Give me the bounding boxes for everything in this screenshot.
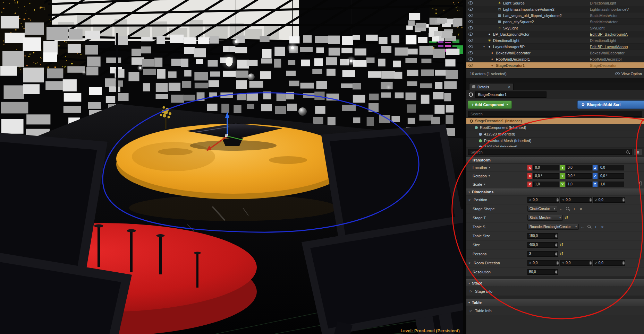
visibility-eye-icon[interactable]	[468, 20, 473, 23]
outliner-row-bp-background-actor[interactable]: ● BP_BackgroundActor Edit BP_BackgroundA	[466, 31, 644, 37]
visibility-eye-icon[interactable]	[468, 51, 473, 54]
chevron-down-icon[interactable]: ▾	[489, 166, 490, 169]
view-options-button[interactable]: View Option	[615, 72, 642, 76]
table-s-dropdown[interactable]: RoundedRectangleCreator▾	[527, 224, 579, 230]
tab-details[interactable]: Details ×	[469, 83, 514, 90]
scale-z-input[interactable]: 1,0	[599, 182, 624, 187]
spinner[interactable]	[622, 261, 625, 265]
category-header-stage[interactable]: ▾ Stage	[466, 279, 644, 287]
category-header-dimensions[interactable]: ▾ Dimensions	[466, 188, 644, 195]
rotation-z-input[interactable]: 0,0 °	[599, 173, 624, 179]
component-row-root[interactable]: RootComponent (Inherited)	[466, 124, 644, 131]
stage-t-dropdown[interactable]: Static Meshes▾	[527, 215, 563, 221]
scale-x-input[interactable]: 1,0	[533, 182, 559, 187]
use-selected-asset-button[interactable]: ←	[558, 206, 564, 212]
expander-icon[interactable]: ▷	[470, 309, 473, 312]
location-z-input[interactable]: 0,0	[599, 165, 624, 170]
browse-asset-button[interactable]	[586, 224, 592, 230]
actor-circle-icon	[469, 93, 473, 97]
scale-y-input[interactable]: 1,0	[566, 182, 592, 187]
spinner[interactable]	[589, 197, 592, 202]
resolution-input[interactable]: 50,0	[527, 269, 558, 275]
position-x-input[interactable]: X0,0	[527, 197, 559, 203]
reset-to-default-button[interactable]: ↺	[564, 215, 569, 220]
outliner-row-light-source[interactable]: ☀ Light Source DirectionalLight	[466, 0, 644, 6]
table-info-row[interactable]: ▷ Table Info	[466, 306, 644, 315]
size-input[interactable]: 400,0	[527, 242, 558, 248]
location-x-input[interactable]: 0,0	[533, 165, 559, 170]
use-selected-asset-button[interactable]: ←	[580, 224, 585, 230]
spinner[interactable]	[554, 234, 558, 238]
spinner[interactable]	[556, 197, 559, 202]
room-direction-y-input[interactable]: Y0,0	[560, 260, 592, 266]
expander-icon[interactable]: ▷	[469, 261, 472, 264]
blueprint-add-script-button[interactable]: ⚙ Blueprint/Add Scri	[577, 100, 644, 109]
visibility-eye-icon[interactable]	[468, 45, 473, 48]
position-z-input[interactable]: Z0,0	[593, 197, 625, 203]
visibility-eye-icon[interactable]	[468, 8, 473, 11]
outliner-row-roof-grid-decorator[interactable]: ● RoofGridDecorator1 RoofGridDecorator	[466, 56, 644, 62]
clear-button[interactable]: ×	[578, 206, 584, 212]
visibility-eye-icon[interactable]	[468, 58, 473, 61]
stage-shape-dropdown[interactable]: CircleCreator▾	[527, 206, 557, 212]
room-direction-x-input[interactable]: X0,0	[527, 260, 559, 266]
actor-name-field[interactable]: StageDecorator1	[475, 91, 546, 98]
property-search-row: ▦	[466, 148, 644, 157]
browse-asset-button[interactable]	[565, 206, 570, 212]
component-row-412520[interactable]: 412520 (Inherited)	[466, 131, 644, 138]
component-row-instance[interactable]: StageDecorator1 (Instance)	[466, 118, 644, 124]
chevron-down-icon[interactable]: ▾	[484, 183, 485, 186]
stage-info-row[interactable]: ▷ Stage Info	[466, 287, 644, 296]
edit-blueprint-link[interactable]: Edit BP_LayoutManag	[590, 45, 644, 49]
location-y-input[interactable]: 0,0	[566, 165, 592, 170]
rotation-y-input[interactable]: 0,0 °	[566, 173, 592, 179]
room-direction-z-input[interactable]: Z0,0	[593, 260, 625, 266]
visibility-eye-icon[interactable]	[468, 26, 473, 29]
outliner-row-skydome[interactable]: ▦ Las_vegas_old_flipped_skydome2 StaticM…	[466, 12, 644, 19]
component-search-input[interactable]	[468, 111, 642, 117]
clear-button[interactable]: ×	[600, 224, 605, 230]
reset-to-default-button[interactable]: ↺	[559, 251, 564, 256]
outliner-row-layout-manager[interactable]: ▾ ● LayoutManagerBP Edit BP_LayoutManag	[466, 44, 644, 50]
table-size-input[interactable]: 150,0	[527, 233, 558, 239]
outliner-row-citysquare[interactable]: ▦ pano_citySquare2 StaticMeshActor	[466, 19, 644, 25]
add-element-button[interactable]: +	[571, 206, 577, 212]
visibility-eye-icon[interactable]	[468, 39, 473, 42]
edit-blueprint-link[interactable]: Edit BP_BackgroundA	[590, 32, 644, 36]
property-search-input[interactable]	[468, 149, 632, 155]
viewport-3d[interactable]: Level: ProcLevel (Persistent)	[0, 0, 463, 334]
collapse-arrow-icon: ▾	[468, 159, 470, 162]
outliner-row-lightmass-volume[interactable]: □ LightmassImportanceVolume2 LightmassIm…	[466, 6, 644, 12]
spinner[interactable]	[554, 243, 558, 247]
category-header-table[interactable]: ▾ Table	[466, 299, 644, 306]
spinner[interactable]	[554, 252, 558, 256]
reset-to-default-button[interactable]: ↺	[559, 242, 564, 247]
spinner[interactable]	[589, 261, 592, 265]
expander-icon[interactable]: ▷	[469, 198, 472, 201]
property-view-options-button[interactable]: ▦	[633, 149, 642, 155]
outliner-row-boxes-wall-decorator[interactable]: ● BoxesWallDecorator BoxesWallDecorator	[466, 50, 644, 56]
visibility-eye-icon[interactable]	[468, 64, 473, 67]
lock-icon[interactable]	[639, 183, 642, 185]
persons-input[interactable]: 3	[527, 251, 558, 257]
add-element-button[interactable]: +	[593, 224, 599, 230]
add-component-button[interactable]: + Add Component ▾	[468, 100, 512, 109]
expand-arrow-icon[interactable]: ▾	[482, 45, 486, 48]
visibility-eye-icon[interactable]	[468, 14, 473, 17]
expander-icon[interactable]: ▷	[470, 290, 473, 293]
outliner-row-stage-decorator[interactable]: ● StageDecorator1 StageDecorator	[466, 62, 644, 69]
spinner[interactable]	[556, 261, 559, 265]
spinner[interactable]	[622, 197, 625, 202]
component-row-2105404[interactable]: 2105404 (Inherited)	[466, 144, 644, 148]
outliner-row-directional-light[interactable]: ☀ DirectionalLight DirectionalLight	[466, 37, 644, 44]
spinner[interactable]	[554, 270, 558, 274]
rotation-x-input[interactable]: 0,0 °	[533, 173, 559, 179]
close-tab-icon[interactable]: ×	[508, 85, 510, 89]
visibility-eye-icon[interactable]	[468, 33, 473, 36]
chevron-down-icon[interactable]: ▾	[489, 174, 490, 177]
component-row-procedural-mesh[interactable]: Procedural Mesh (Inherited)	[466, 138, 644, 144]
visibility-eye-icon[interactable]	[468, 1, 473, 5]
category-header-transform[interactable]: ▾ Transform	[466, 157, 644, 164]
outliner-row-skylight[interactable]: ☼ SkyLight SkyLight	[466, 25, 644, 31]
position-y-input[interactable]: Y0,0	[560, 197, 592, 203]
